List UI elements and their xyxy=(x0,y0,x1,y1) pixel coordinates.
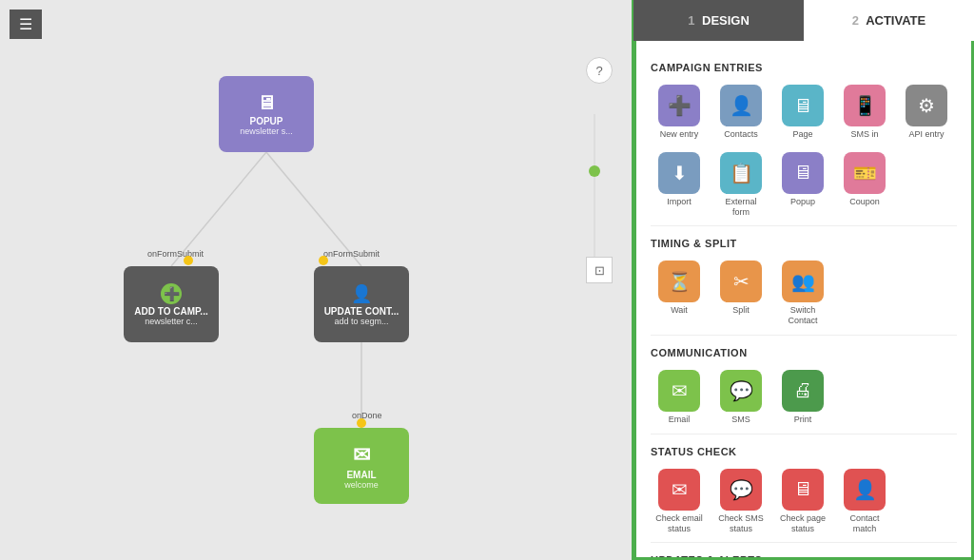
dot-onformsubmit1 xyxy=(184,256,193,265)
item-external-form[interactable]: 📋 External form xyxy=(712,148,769,222)
item-print[interactable]: 🖨 Print xyxy=(774,366,831,429)
wait-icon: ⏳ xyxy=(658,261,700,302)
panel-tabs: 1 DESIGN 2 ACTIVATE xyxy=(633,0,974,41)
coupon-icon: 🎫 xyxy=(844,152,886,194)
frame-button[interactable]: ⊡ xyxy=(586,257,613,283)
item-check-sms[interactable]: 💬 Check SMS status xyxy=(712,465,769,538)
tab-activate[interactable]: 2 ACTIVATE xyxy=(804,0,974,41)
label-ondone: onDone xyxy=(352,411,382,420)
section-communication: COMMUNICATION xyxy=(651,347,957,358)
check-sms-icon: 💬 xyxy=(720,469,762,511)
item-coupon[interactable]: 🎫 Coupon xyxy=(836,148,893,222)
add-icon: ➕ xyxy=(161,283,182,304)
print-icon: 🖨 xyxy=(782,370,824,412)
item-api-entry[interactable]: ⚙ API entry xyxy=(898,81,955,144)
contacts-label: Contacts xyxy=(724,129,758,140)
new-entry-label: New entry xyxy=(660,129,699,140)
external-form-label: External form xyxy=(716,197,766,218)
check-email-icon: ✉ xyxy=(658,469,700,511)
sms-label: SMS xyxy=(731,415,750,425)
api-entry-label: API entry xyxy=(908,129,944,140)
contact-match-icon: 👤 xyxy=(844,469,886,511)
sms-in-icon: 📱 xyxy=(844,85,886,126)
sms-in-label: SMS in xyxy=(850,129,878,140)
check-page-label: Check page status xyxy=(778,513,828,534)
node-add-campaign[interactable]: ➕ ADD TO CAMP... newsletter c... xyxy=(124,266,219,342)
add-subtitle: newsletter c... xyxy=(145,317,198,326)
svg-point-4 xyxy=(589,165,600,177)
split-label: Split xyxy=(732,305,750,316)
item-import[interactable]: ⬇ Import xyxy=(651,148,708,222)
item-wait[interactable]: ⏳ Wait xyxy=(651,257,708,330)
print-label: Print xyxy=(794,415,812,425)
timing-split-grid: ⏳ Wait ✂ Split 👥 Switch Contact xyxy=(651,257,957,330)
divider-1 xyxy=(651,225,957,226)
divider-4 xyxy=(651,542,957,543)
tab-design[interactable]: 1 DESIGN xyxy=(633,0,804,41)
check-page-icon: 🖥 xyxy=(782,469,824,511)
email-comm-icon: ✉ xyxy=(658,370,700,412)
sms-icon: 💬 xyxy=(720,370,762,412)
item-check-email[interactable]: ✉ Check email status xyxy=(651,465,708,538)
divider-3 xyxy=(651,434,957,434)
popup-icon: 🖥 xyxy=(257,92,276,114)
email-icon: ✉ xyxy=(353,443,370,468)
item-split[interactable]: ✂ Split xyxy=(712,257,769,330)
status-check-grid: ✉ Check email status 💬 Check SMS status … xyxy=(651,465,957,538)
node-update-contact[interactable]: 👤 UPDATE CONT... add to segm... xyxy=(314,266,409,342)
email-comm-label: Email xyxy=(669,415,691,425)
section-status-check: STATUS CHECK xyxy=(651,446,957,457)
item-sms-in[interactable]: 📱 SMS in xyxy=(836,81,893,144)
item-contacts[interactable]: 👤 Contacts xyxy=(712,81,769,144)
campaign-entries-grid: ➕ New entry 👤 Contacts 🖥 Page 📱 SMS in ⚙… xyxy=(651,81,957,221)
import-icon: ⬇ xyxy=(658,152,700,194)
item-page[interactable]: 🖥 Page xyxy=(774,81,831,144)
import-label: Import xyxy=(667,197,692,207)
item-new-entry[interactable]: ➕ New entry xyxy=(651,81,708,144)
switch-contact-icon: 👥 xyxy=(782,261,824,302)
item-switch-contact[interactable]: 👥 Switch Contact xyxy=(774,257,831,330)
item-email[interactable]: ✉ Email xyxy=(651,366,708,429)
page-icon: 🖥 xyxy=(782,85,824,126)
item-popup[interactable]: 🖥 Popup xyxy=(774,148,831,222)
api-entry-icon: ⚙ xyxy=(906,85,947,126)
tab-activate-number: 2 xyxy=(852,13,859,28)
communication-grid: ✉ Email 💬 SMS 🖨 Print xyxy=(651,366,957,429)
external-form-icon: 📋 xyxy=(720,152,762,194)
update-title: UPDATE CONT... xyxy=(324,306,399,317)
label-onformsubmit2: onFormSubmit xyxy=(323,249,380,259)
right-panel: 1 DESIGN 2 ACTIVATE CAMPAIGN ENTRIES ➕ N… xyxy=(632,0,974,560)
help-button[interactable]: ? xyxy=(586,57,613,84)
divider-2 xyxy=(651,335,957,336)
hamburger-button[interactable]: ☰ xyxy=(10,10,42,39)
label-onformsubmit1: onFormSubmit xyxy=(147,249,204,259)
item-check-page[interactable]: 🖥 Check page status xyxy=(774,465,831,538)
email-title: EMAIL xyxy=(346,470,376,480)
new-entry-icon: ➕ xyxy=(658,85,700,126)
switch-contact-label: Switch Contact xyxy=(778,305,828,326)
add-title: ADD TO CAMP... xyxy=(134,306,207,317)
page-label: Page xyxy=(792,129,812,140)
split-icon: ✂ xyxy=(720,261,762,302)
popup-subtitle: newsletter s... xyxy=(240,126,293,136)
node-email[interactable]: ✉ EMAIL welcome xyxy=(314,428,409,504)
dot-ondone xyxy=(357,418,366,428)
tab-design-number: 1 xyxy=(688,13,694,28)
popup-entry-label: Popup xyxy=(790,197,815,207)
update-subtitle: add to segm... xyxy=(334,317,388,326)
tab-design-label: DESIGN xyxy=(702,13,750,28)
check-email-label: Check email status xyxy=(654,513,704,534)
email-subtitle: welcome xyxy=(344,480,379,490)
panel-body: CAMPAIGN ENTRIES ➕ New entry 👤 Contacts … xyxy=(633,41,974,560)
item-contact-match[interactable]: 👤 Contact match xyxy=(836,465,893,538)
canvas-area: ☰ ? ⊡ 🖥 POPUP newsletter s... onFormSubm… xyxy=(0,0,632,560)
check-sms-label: Check SMS status xyxy=(716,513,766,534)
popup-entry-icon: 🖥 xyxy=(782,152,824,194)
update-icon: 👤 xyxy=(351,283,372,304)
item-sms[interactable]: 💬 SMS xyxy=(712,366,769,429)
node-popup[interactable]: 🖥 POPUP newsletter s... xyxy=(219,76,314,152)
tab-activate-label: ACTIVATE xyxy=(866,13,925,28)
wait-label: Wait xyxy=(671,305,688,316)
contacts-icon: 👤 xyxy=(720,85,762,126)
popup-title: POPUP xyxy=(249,116,282,126)
